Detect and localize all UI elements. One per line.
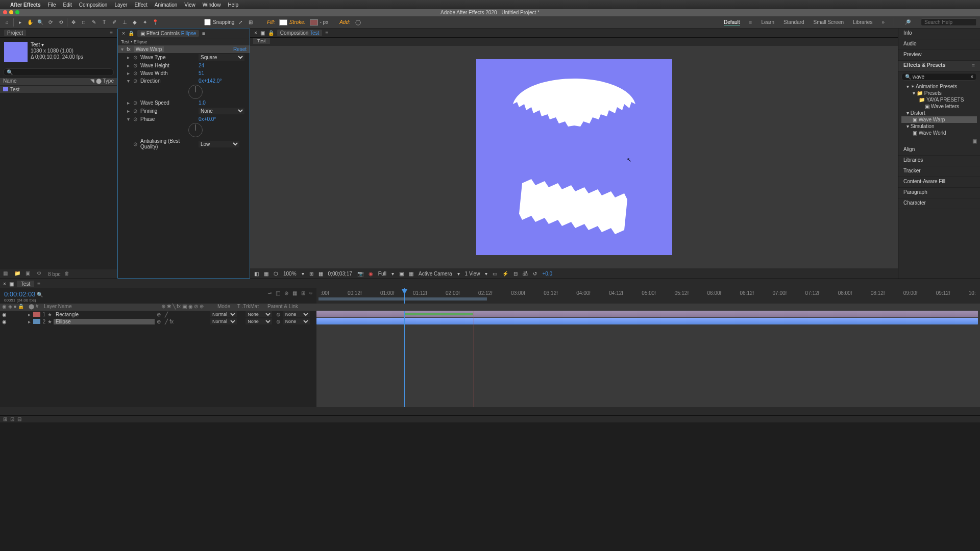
fx-layer-name[interactable]: Ellipse (181, 31, 196, 36)
panel-paragraph[interactable]: Paragraph (898, 188, 980, 198)
home-icon[interactable]: ⌂ (3, 18, 11, 27)
cam-menu-icon[interactable]: ▾ (457, 271, 460, 277)
viewer-close-icon[interactable]: × (254, 30, 257, 36)
comp-name[interactable]: Test ▾ (31, 42, 83, 48)
workspace-standard[interactable]: Standard (783, 19, 804, 25)
twirl-down-icon[interactable]: ▾ (127, 116, 131, 122)
fx-close-icon[interactable]: × (122, 31, 125, 36)
panel-menu-icon[interactable]: ≡ (37, 281, 40, 287)
parent-select[interactable]: None (283, 318, 310, 324)
panel-menu-icon[interactable]: ≡ (325, 30, 328, 36)
panel-align[interactable]: Align (898, 145, 980, 156)
blend-mode-select[interactable]: Normal (210, 311, 237, 317)
comp-thumbnail[interactable] (4, 42, 28, 62)
tree-wave-letters[interactable]: ▣ Wave letters (901, 103, 977, 110)
current-timecode[interactable]: 0:00:02:03 (4, 290, 35, 298)
project-search-input[interactable] (3, 68, 114, 76)
menu-layer[interactable]: Layer (114, 2, 127, 8)
puppet-tool-icon[interactable]: 📍 (151, 18, 159, 27)
tree-animation-presets[interactable]: ▾ ✶ Animation Presets (901, 83, 977, 90)
phase-dial[interactable] (188, 123, 203, 137)
twirl-down-icon[interactable]: ▾ (121, 46, 124, 52)
view-menu-icon[interactable]: ▾ (485, 271, 487, 277)
fx-toggle-icon[interactable]: fx (127, 46, 131, 52)
workspace-libraries[interactable]: Libraries (853, 19, 872, 25)
zoom-tool-icon[interactable]: 🔍 (36, 18, 44, 27)
resolution-icon[interactable]: ⊞ (309, 271, 313, 277)
trash-icon[interactable]: 🗑 (64, 270, 71, 278)
tree-simulation[interactable]: ▾ Simulation (901, 123, 977, 130)
panel-audio[interactable]: Audio (898, 39, 980, 50)
tree-wave-world[interactable]: ▣ Wave World (901, 130, 977, 136)
type-tool-icon[interactable]: T (100, 18, 108, 27)
work-area[interactable] (318, 297, 487, 300)
frame-blend-icon[interactable]: ◫ (276, 290, 280, 296)
selection-tool-icon[interactable]: ▸ (16, 18, 24, 27)
motion-blur-icon[interactable]: ⊜ (284, 290, 288, 296)
region-icon[interactable]: ▣ (399, 271, 404, 277)
lock-icon[interactable]: 🔒 (268, 30, 274, 36)
project-tab[interactable]: Project (4, 30, 26, 36)
visibility-toggle[interactable]: ◉ (0, 312, 12, 317)
twirl-icon[interactable]: ▸ (28, 319, 33, 324)
fx-panel-title[interactable]: Effect Controls (146, 31, 180, 36)
workspace-smallscreen[interactable]: Small Screen (814, 19, 844, 25)
app-name[interactable]: After Effects (10, 2, 40, 8)
panel-menu-icon[interactable]: ≡ (110, 30, 113, 36)
panel-menu-icon[interactable]: ≡ (202, 31, 205, 36)
window-zoom-icon[interactable] (15, 10, 19, 14)
channel-icon[interactable]: ▦ (264, 271, 268, 277)
window-close-icon[interactable] (3, 10, 7, 14)
toggle-switches-icon[interactable]: ⊞ (3, 416, 7, 422)
stroke-label[interactable]: Stroke: (289, 19, 306, 25)
project-columns[interactable]: Name ◥ ⬤ Type (0, 78, 117, 85)
hand-tool-icon[interactable]: ✋ (26, 18, 34, 27)
layer-bar-ellipse[interactable] (316, 318, 978, 324)
exposure-value[interactable]: +0.0 (542, 271, 552, 277)
effect-name[interactable]: Wave Warp (134, 46, 164, 52)
col-trkmat[interactable]: T .TrkMat (237, 304, 259, 309)
workspace-default[interactable]: Default (724, 19, 740, 26)
col-layer-name[interactable]: Layer Name (44, 304, 161, 311)
timeline-tab[interactable]: Test (17, 281, 34, 287)
bpc-toggle[interactable]: 8 bpc (48, 271, 60, 277)
zoom-menu-icon[interactable]: ▾ (302, 271, 304, 277)
search-icon[interactable]: 🔎 (903, 18, 912, 27)
layer-row-rectangle[interactable]: ◉ ▸ 1 ★ Rectangle ⊕ ╱ Normal None ⊚ None (0, 311, 316, 318)
anchor-tool-icon[interactable]: ✥ (69, 18, 78, 27)
add-menu-icon[interactable]: ◯ (354, 18, 362, 27)
wave-height-value[interactable]: 24 (199, 63, 204, 68)
zoom-level[interactable]: 100% (283, 271, 297, 277)
workspace-learn[interactable]: Learn (761, 19, 774, 25)
visibility-toggle[interactable]: ◉ (0, 319, 12, 324)
interpret-icon[interactable]: ▦ (3, 270, 10, 278)
workspace-menu-icon[interactable]: ≡ (749, 19, 752, 25)
pickwhip-icon[interactable]: ⊚ (276, 312, 283, 317)
flowchart-icon[interactable]: 品 (523, 270, 528, 277)
trkmat-select[interactable]: None (246, 318, 272, 324)
menu-file[interactable]: File (47, 2, 56, 8)
viewer-timecode[interactable]: 0;00;03;17 (328, 271, 352, 277)
panel-info[interactable]: Info (898, 29, 980, 39)
lock-icon[interactable]: 🔒 (128, 31, 134, 36)
trkmat-select[interactable]: None (246, 311, 272, 317)
reset-button[interactable]: Reset (233, 46, 247, 52)
rectangle-tool-icon[interactable]: □ (80, 18, 88, 27)
tl-close-icon[interactable]: × (3, 281, 6, 287)
stroke-swatch[interactable] (310, 19, 318, 26)
col-name[interactable]: Name (3, 78, 17, 85)
antialiasing-select[interactable]: Low (199, 141, 239, 147)
twirl-icon[interactable]: ▸ (28, 312, 33, 317)
tree-distort[interactable]: ▾ Distort (901, 110, 977, 116)
pickwhip-icon[interactable]: ⊚ (276, 319, 283, 324)
blend-mode-select[interactable]: Normal (210, 318, 237, 324)
composition-viewport[interactable]: ↖ (250, 46, 898, 268)
reset-exposure-icon[interactable]: ↺ (533, 271, 537, 277)
menu-composition[interactable]: Composition (79, 2, 108, 8)
timeline-search-icon[interactable]: 🔍 (37, 292, 43, 297)
menu-view[interactable]: View (184, 2, 195, 8)
layer-name[interactable]: Ellipse (54, 319, 155, 324)
snap-opt-icon[interactable]: ⤢ (236, 18, 244, 27)
marker-icon[interactable]: ⎃ (309, 290, 312, 296)
col-parent[interactable]: Parent & Link (267, 304, 316, 311)
